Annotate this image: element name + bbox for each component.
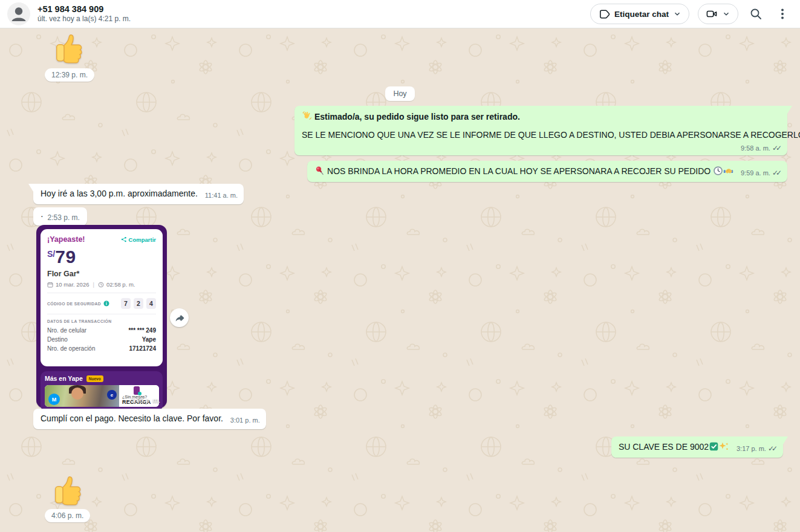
label-chat-button[interactable]: Etiquetar chat xyxy=(590,4,689,24)
default-person-icon xyxy=(7,2,30,25)
security-digit: 4 xyxy=(146,298,156,309)
delivered-double-tick-icon: ✓✓ xyxy=(772,144,781,152)
yape-receipt-image[interactable]: ¡Yapeaste! Compartir S/79 Flor Gar* 10 m… xyxy=(36,225,167,408)
calendar-icon xyxy=(47,282,53,288)
clock-emoji xyxy=(713,166,723,176)
forward-message-button[interactable] xyxy=(170,308,189,327)
video-call-button[interactable] xyxy=(698,4,738,24)
message-meta: 9:59 a. m.✓✓ xyxy=(741,167,781,177)
clock-icon xyxy=(98,282,104,288)
entel-logo: e xyxy=(107,390,117,400)
contact-info[interactable]: +51 984 384 909 últ. vez hoy a la(s) 4:2… xyxy=(37,4,131,24)
timestamp: 11:41 a. m. xyxy=(205,192,238,199)
conversation-panel[interactable]: 12:39 p. m. Hoy Estimado/a, su pedido si… xyxy=(0,28,800,532)
message-text: Estimado/a, su pedido sigue listo para s… xyxy=(314,112,520,122)
message-emoji-thumbs-up[interactable] xyxy=(51,473,85,507)
video-camera-icon xyxy=(706,8,718,20)
new-badge: Nuevo xyxy=(86,375,103,382)
row-label: Nro. de operación xyxy=(47,345,96,352)
transaction-row: Nro. de operación 17121724 xyxy=(47,345,156,352)
label-chat-text: Etiquetar chat xyxy=(614,10,669,19)
pushpin-emoji xyxy=(314,166,325,176)
yape-title: ¡Yapeaste! xyxy=(47,235,85,244)
row-value: Yape xyxy=(142,336,156,343)
message-text: SU CLAVE ES DE 9002 xyxy=(619,442,709,452)
check-mark-button-emoji xyxy=(709,441,719,452)
security-digit: 2 xyxy=(134,298,143,309)
share-label: Compartir xyxy=(129,236,156,243)
last-seen-status: últ. vez hoy a la(s) 4:21 p. m. xyxy=(37,15,131,24)
transaction-row: Nro. de celular *** *** 249 xyxy=(47,327,156,334)
message-line-2: SE LE MENCIONO QUE UNA VEZ SE LE INFORME… xyxy=(302,129,780,140)
yape-card: ¡Yapeaste! Compartir S/79 Flor Gar* 10 m… xyxy=(41,229,163,366)
timestamp: 9:59 a. m. xyxy=(741,169,770,177)
search-button[interactable] xyxy=(747,5,765,23)
phone-icon xyxy=(134,386,140,395)
message-emoji-thumbs-up[interactable] xyxy=(52,31,86,65)
payment-datetime: 10 mar. 2026 | 02:58 p. m. xyxy=(47,281,156,288)
currency-symbol: S/ xyxy=(47,249,55,259)
message-outgoing[interactable]: Estimado/a, su pedido sigue listo para s… xyxy=(294,106,787,155)
message-incoming[interactable]: Hoy iré a las 3,00 p.m. aproximadamente.… xyxy=(33,184,244,204)
message-time-pill: 12:39 p. m. xyxy=(45,68,94,82)
delivered-double-tick-icon: ✓✓ xyxy=(772,169,781,177)
contact-name: +51 984 384 909 xyxy=(37,4,131,15)
message-outgoing[interactable]: SU CLAVE ES DE 9002 3:17 p. m.✓✓ xyxy=(611,436,783,458)
timestamp: 3:01 p. m. xyxy=(230,417,260,424)
delivered-double-tick-icon: ✓✓ xyxy=(768,444,777,453)
menu-button[interactable] xyxy=(773,5,792,23)
forward-button-row xyxy=(170,308,189,327)
date-divider-label: Hoy xyxy=(385,86,414,101)
chevron-down-icon xyxy=(673,10,681,18)
message-line-1: Estimado/a, su pedido sigue listo para s… xyxy=(302,111,780,122)
security-digit: 7 xyxy=(121,298,131,309)
message-bubble: Estimado/a, su pedido sigue listo para s… xyxy=(294,106,787,155)
message-text: NOS BRINDA LA HORA PROMEDIO EN LA CUAL H… xyxy=(327,166,711,176)
timestamp: 3:17 p. m. xyxy=(737,445,766,452)
message-meta: 3:17 p. m.✓✓ xyxy=(737,443,777,453)
tag-icon xyxy=(598,8,610,20)
row-label: Nro. de celular xyxy=(47,327,86,334)
security-code-text: CÓDIGO DE SEGURIDAD xyxy=(47,302,101,306)
amount-value: 79 xyxy=(55,247,76,267)
message-bubble: · 2:53 p. m. xyxy=(33,207,87,225)
message-outgoing[interactable]: NOS BRINDA LA HORA PROMEDIO EN LA CUAL H… xyxy=(307,161,787,182)
message-meta: 11:41 a. m. xyxy=(205,190,238,199)
date-divider: Hoy xyxy=(0,86,800,101)
timestamp: 4:06 p. m. xyxy=(45,509,90,522)
transaction-row: Destino Yape xyxy=(47,336,156,343)
share-icon xyxy=(121,236,127,242)
whatsapp-chat-window: +51 984 384 909 últ. vez hoy a la(s) 4:2… xyxy=(0,0,800,532)
divider xyxy=(47,293,156,293)
forward-arrow-icon xyxy=(174,312,186,324)
payment-date: 10 mar. 2026 xyxy=(56,281,89,288)
more-in-yape-section: Más en Yape Nuevo M e ¿Sin megas? xyxy=(41,371,163,410)
payment-amount: S/79 xyxy=(47,247,156,267)
message-bubble: Cumplí con el pago. Necesito la clave. P… xyxy=(33,409,266,429)
movistar-logo: M xyxy=(48,394,60,405)
message-meta: 3:01 p. m. xyxy=(230,415,260,424)
message-time-pill: 4:06 p. m. xyxy=(45,509,90,522)
handshake-emoji xyxy=(723,166,733,176)
row-value: 17121724 xyxy=(129,345,157,352)
security-code-label: CÓDIGO DE SEGURIDAD xyxy=(47,300,109,307)
message-bubble: SU CLAVE ES DE 9002 3:17 p. m.✓✓ xyxy=(611,436,783,458)
message-incoming[interactable]: · 2:53 p. m. xyxy=(33,207,87,225)
row-value: *** *** 249 xyxy=(128,327,156,334)
payee-name: Flor Gar* xyxy=(47,270,156,278)
promo-photo: M e xyxy=(45,385,119,407)
message-incoming-image[interactable]: ¡Yapeaste! Compartir S/79 Flor Gar* 10 m… xyxy=(36,225,167,408)
message-meta: 2:53 p. m. xyxy=(48,212,80,222)
message-bubble: Hoy iré a las 3,00 p.m. aproximadamente.… xyxy=(33,184,244,204)
contact-avatar[interactable] xyxy=(7,2,30,25)
timestamp: 9:58 a. m. xyxy=(741,144,770,152)
message-text: Cumplí con el pago. Necesito la clave. P… xyxy=(41,414,223,423)
security-code-row: CÓDIGO DE SEGURIDAD 7 2 4 xyxy=(47,298,156,309)
divider xyxy=(47,314,156,314)
message-incoming[interactable]: Cumplí con el pago. Necesito la clave. P… xyxy=(33,409,266,429)
timestamp: 12:39 p. m. xyxy=(45,68,94,82)
message-text: SE LE MENCIONO QUE UNA VEZ SE LE INFORME… xyxy=(302,130,800,140)
header-actions: Etiquetar chat xyxy=(590,4,792,24)
share-link: Compartir xyxy=(121,236,156,243)
message-bubble: NOS BRINDA LA HORA PROMEDIO EN LA CUAL H… xyxy=(307,161,787,182)
